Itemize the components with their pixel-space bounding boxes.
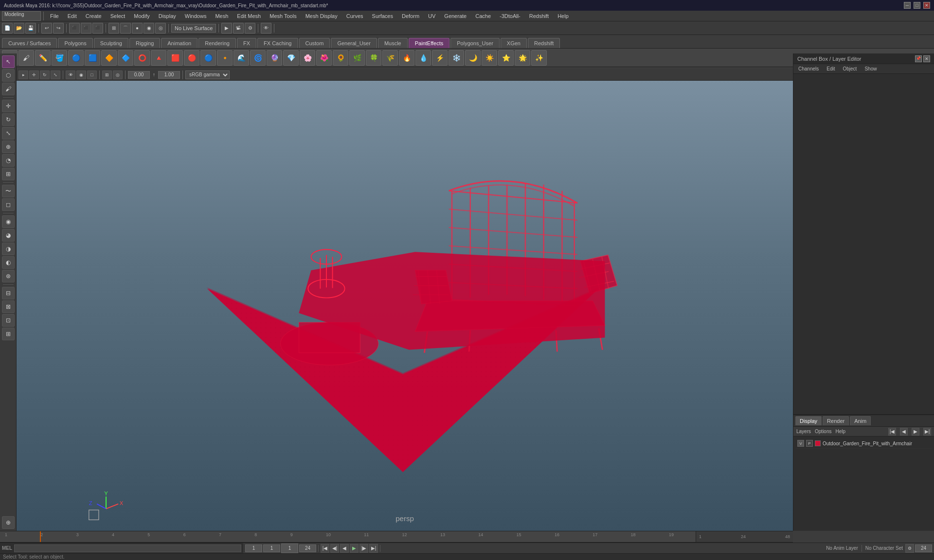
paint-select-btn[interactable]: 🖌: [2, 83, 15, 95]
menu-modify[interactable]: Modify: [130, 12, 153, 20]
workspace-dropdown[interactable]: Modeling: [2, 11, 41, 21]
shelf-icon-32[interactable]: 🌟: [515, 50, 530, 66]
vp-rotate-btn[interactable]: ↻: [40, 70, 50, 79]
move-tool-btn[interactable]: ✛: [2, 100, 15, 112]
menu-edit-mesh[interactable]: Edit Mesh: [233, 12, 265, 20]
tab-rendering[interactable]: Rendering: [198, 38, 236, 48]
snap-point-btn[interactable]: ●: [132, 23, 143, 34]
tab-rigging[interactable]: Rigging: [129, 38, 160, 48]
tab-polygons[interactable]: Polygons: [58, 38, 92, 48]
vp-snap-grid-btn[interactable]: ⊞: [102, 70, 112, 79]
timeline[interactable]: 1 2 3 4 5 6 7 8 9 10 11 12 13 14 15 16 1…: [0, 531, 793, 542]
shelf-icon-16[interactable]: 🌀: [250, 50, 266, 66]
ipr-btn[interactable]: 📽: [233, 23, 244, 34]
menu-generate[interactable]: Generate: [440, 12, 470, 20]
minimize-button[interactable]: ─: [904, 2, 911, 9]
tab-animation[interactable]: Animation: [161, 38, 198, 48]
open-scene-btn[interactable]: 📂: [14, 23, 24, 34]
layer-row[interactable]: V P Outdoor_Garden_Fire_Pit_with_Armchai…: [795, 438, 932, 449]
shelf-icon-3[interactable]: ✏️: [35, 50, 51, 66]
menu-surfaces[interactable]: Surfaces: [368, 12, 397, 20]
menu-uv[interactable]: UV: [424, 12, 439, 20]
sculpt1-btn[interactable]: ◉: [2, 215, 15, 228]
shelf-icon-13[interactable]: 🔵: [200, 50, 216, 66]
vp-wireframe-btn[interactable]: □: [87, 70, 97, 79]
shelf-icon-31[interactable]: ⭐: [498, 50, 514, 66]
display-tab[interactable]: Display: [795, 416, 822, 425]
shelf-icon-28[interactable]: ❄️: [449, 50, 464, 66]
undo-btn[interactable]: ↩: [41, 23, 52, 34]
select-by-object-btn[interactable]: ⬛: [81, 23, 91, 34]
misc1-btn[interactable]: ⊟: [2, 287, 15, 299]
fps-input[interactable]: [299, 544, 316, 552]
help-sub-tab[interactable]: Help: [835, 429, 845, 434]
sculpt2-btn[interactable]: ◕: [2, 229, 15, 242]
tab-xgen[interactable]: XGen: [501, 38, 527, 48]
menu-file[interactable]: File: [46, 12, 63, 20]
save-scene-btn[interactable]: 💾: [25, 23, 36, 34]
step-forward-btn[interactable]: |▶: [359, 544, 368, 553]
shelf-icon-25[interactable]: 🔥: [399, 50, 414, 66]
shelf-icon-21[interactable]: 🌻: [333, 50, 348, 66]
snap-view-btn[interactable]: ◉: [144, 23, 154, 34]
menu-deform[interactable]: Deform: [398, 12, 423, 20]
select-by-component-btn[interactable]: ⬛: [92, 23, 103, 34]
channel-box-pin-btn[interactable]: 📌: [915, 55, 922, 62]
shelf-icon-12[interactable]: 🔴: [184, 50, 199, 66]
new-scene-btn[interactable]: 📄: [2, 23, 13, 34]
shelf-icon-33[interactable]: ✨: [531, 50, 547, 66]
tab-fx[interactable]: FX: [237, 38, 256, 48]
vp-value-input-1[interactable]: [128, 71, 150, 79]
snap-grid-btn[interactable]: ⊞: [108, 23, 119, 34]
play-back-btn[interactable]: ◀: [340, 544, 349, 553]
vp-select-btn[interactable]: ▸: [18, 70, 28, 79]
shelf-icon-22[interactable]: 🌿: [349, 50, 365, 66]
shelf-icon-23[interactable]: 🍀: [366, 50, 381, 66]
rotate-tool-btn[interactable]: ↻: [2, 113, 15, 126]
menu-cache[interactable]: Cache: [471, 12, 495, 20]
channels-tab[interactable]: Channels: [795, 65, 822, 72]
end-frame-display[interactable]: [915, 544, 932, 552]
scale-tool-btn[interactable]: ⤡: [2, 127, 15, 140]
lasso-tool-btn[interactable]: ⬡: [2, 69, 15, 82]
tab-general-user[interactable]: General_User: [331, 38, 377, 48]
layers-sub-tab[interactable]: Layers: [796, 429, 811, 434]
shelf-icon-11[interactable]: 🟥: [167, 50, 183, 66]
shelf-icon-17[interactable]: 🔮: [267, 50, 282, 66]
show-manip-btn[interactable]: ⊞: [2, 168, 15, 180]
maximize-button[interactable]: □: [914, 2, 920, 9]
close-button[interactable]: ✕: [923, 2, 930, 9]
vp-isolate-btn[interactable]: ◉: [76, 70, 86, 79]
tab-paint-effects[interactable]: PaintEffects: [409, 38, 450, 48]
tab-fx-caching[interactable]: FX Caching: [257, 38, 298, 48]
options-sub-tab[interactable]: Options: [815, 429, 831, 434]
shelf-icon-9[interactable]: ⭕: [134, 50, 150, 66]
play-forward-btn[interactable]: ▶: [350, 544, 359, 553]
shelf-icon-26[interactable]: 💧: [415, 50, 431, 66]
vp-gamma-dropdown[interactable]: sRGB gamma: [185, 70, 230, 79]
sculpt4-btn[interactable]: ◐: [2, 256, 15, 269]
menu-mesh-display[interactable]: Mesh Display: [302, 12, 341, 20]
step-back-btn[interactable]: ◀|: [330, 544, 339, 553]
redo-btn[interactable]: ↪: [53, 23, 64, 34]
show-hide-btn[interactable]: 👁: [261, 23, 271, 34]
playback-frame-input[interactable]: [284, 544, 296, 552]
layer-vis-btn[interactable]: V: [797, 440, 804, 447]
shelf-icon-18[interactable]: 💎: [283, 50, 299, 66]
menu-mesh-tools[interactable]: Mesh Tools: [266, 12, 300, 20]
vp-scale-btn[interactable]: ⤡: [51, 70, 60, 79]
shelf-icon-30[interactable]: ☀️: [482, 50, 497, 66]
shelf-icon-24[interactable]: 🌾: [382, 50, 398, 66]
select-by-hierarchy-btn[interactable]: ⬛: [69, 23, 80, 34]
menu-edit[interactable]: Edit: [64, 12, 81, 20]
shelf-icon-14[interactable]: 🔸: [217, 50, 233, 66]
sculpt5-btn[interactable]: ⊛: [2, 270, 15, 282]
char-set-settings-btn[interactable]: ⚙: [905, 544, 914, 553]
channel-box-close-btn[interactable]: ✕: [923, 55, 930, 62]
shelf-icon-2[interactable]: 🖌: [18, 50, 34, 66]
shelf-icon-5[interactable]: 🔵: [68, 50, 84, 66]
shelf-icon-15[interactable]: 🌊: [234, 50, 249, 66]
snap-curve-btn[interactable]: ⌒: [120, 23, 131, 34]
current-frame-input[interactable]: [263, 544, 280, 552]
layer-nav-first-btn[interactable]: |◀: [888, 428, 896, 436]
